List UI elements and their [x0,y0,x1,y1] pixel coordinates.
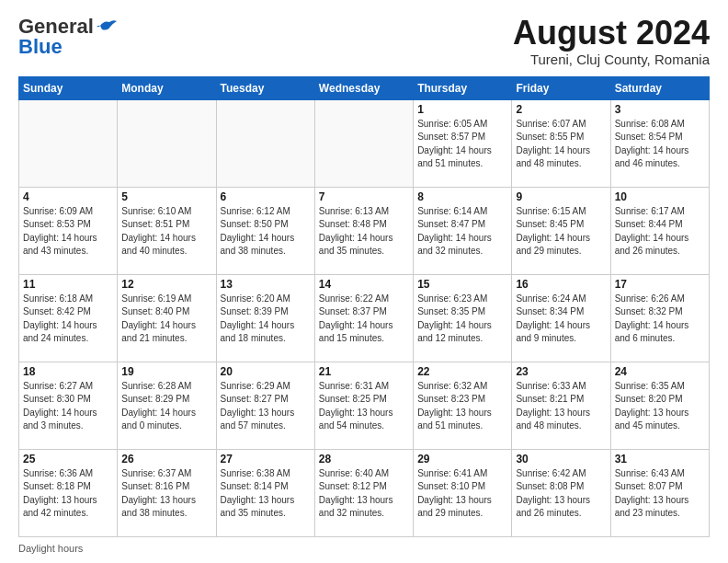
calendar-cell: 27Sunrise: 6:38 AM Sunset: 8:14 PM Dayli… [216,449,314,536]
day-info: Sunrise: 6:26 AM Sunset: 8:32 PM Dayligh… [615,293,705,346]
day-number: 18 [23,365,113,378]
day-number: 29 [417,453,507,465]
day-info: Sunrise: 6:07 AM Sunset: 8:55 PM Dayligh… [516,118,606,171]
day-number: 19 [121,365,211,378]
calendar-cell [216,99,314,187]
calendar-cell: 14Sunrise: 6:22 AM Sunset: 8:37 PM Dayli… [314,274,413,362]
day-number: 1 [417,103,507,116]
day-number: 10 [615,190,705,203]
calendar-cell: 26Sunrise: 6:37 AM Sunset: 8:16 PM Dayli… [118,449,216,536]
day-info: Sunrise: 6:38 AM Sunset: 8:14 PM Dayligh… [221,467,311,521]
weekday-header-thursday: Thursday [414,76,512,99]
day-info: Sunrise: 6:22 AM Sunset: 8:37 PM Dayligh… [319,293,409,346]
day-number: 14 [319,278,409,291]
calendar-cell: 23Sunrise: 6:33 AM Sunset: 8:21 PM Dayli… [512,362,610,449]
calendar-cell: 19Sunrise: 6:28 AM Sunset: 8:29 PM Dayli… [118,362,216,449]
calendar-cell: 7Sunrise: 6:13 AM Sunset: 8:48 PM Daylig… [314,187,413,274]
calendar-cell: 8Sunrise: 6:14 AM Sunset: 8:47 PM Daylig… [414,187,512,274]
weekday-header-sunday: Sunday [19,76,118,99]
day-info: Sunrise: 6:10 AM Sunset: 8:51 PM Dayligh… [121,205,211,259]
calendar-cell: 15Sunrise: 6:23 AM Sunset: 8:35 PM Dayli… [414,274,512,362]
logo-bird-icon [97,18,117,35]
day-number: 23 [516,365,606,378]
weekday-header-monday: Monday [118,76,216,99]
day-info: Sunrise: 6:12 AM Sunset: 8:50 PM Dayligh… [221,205,311,259]
day-info: Sunrise: 6:32 AM Sunset: 8:23 PM Dayligh… [417,380,507,433]
day-number: 17 [615,278,705,291]
calendar-cell: 24Sunrise: 6:35 AM Sunset: 8:20 PM Dayli… [610,362,709,449]
calendar-cell [118,99,216,187]
calendar-cell [314,99,413,187]
day-number: 27 [221,453,311,465]
calendar-cell: 6Sunrise: 6:12 AM Sunset: 8:50 PM Daylig… [216,187,314,274]
day-info: Sunrise: 6:35 AM Sunset: 8:20 PM Dayligh… [615,380,705,433]
day-info: Sunrise: 6:18 AM Sunset: 8:42 PM Dayligh… [23,293,113,346]
day-info: Sunrise: 6:29 AM Sunset: 8:27 PM Dayligh… [221,380,311,433]
day-info: Sunrise: 6:20 AM Sunset: 8:39 PM Dayligh… [221,293,311,346]
day-info: Sunrise: 6:43 AM Sunset: 8:07 PM Dayligh… [615,467,705,521]
day-number: 26 [121,453,211,465]
calendar-week-4: 18Sunrise: 6:27 AM Sunset: 8:30 PM Dayli… [19,362,710,449]
calendar-cell: 22Sunrise: 6:32 AM Sunset: 8:23 PM Dayli… [414,362,512,449]
calendar-cell: 10Sunrise: 6:17 AM Sunset: 8:44 PM Dayli… [610,187,709,274]
day-number: 8 [417,190,507,203]
calendar-header-row: SundayMondayTuesdayWednesdayThursdayFrid… [19,76,710,99]
day-info: Sunrise: 6:17 AM Sunset: 8:44 PM Dayligh… [615,205,705,259]
daylight-label: Daylight hours [18,543,83,554]
day-number: 31 [615,453,705,465]
day-info: Sunrise: 6:13 AM Sunset: 8:48 PM Dayligh… [319,205,409,259]
calendar-cell: 29Sunrise: 6:41 AM Sunset: 8:10 PM Dayli… [414,449,512,536]
month-year: August 2024 [513,15,710,52]
day-info: Sunrise: 6:24 AM Sunset: 8:34 PM Dayligh… [516,293,606,346]
day-info: Sunrise: 6:23 AM Sunset: 8:35 PM Dayligh… [417,293,507,346]
page: General Blue August 2024 Tureni, Cluj Co… [0,0,728,563]
calendar-cell: 31Sunrise: 6:43 AM Sunset: 8:07 PM Dayli… [610,449,709,536]
day-info: Sunrise: 6:40 AM Sunset: 8:12 PM Dayligh… [319,467,409,521]
day-number: 3 [615,103,705,116]
calendar-cell: 9Sunrise: 6:15 AM Sunset: 8:45 PM Daylig… [512,187,610,274]
calendar-cell: 20Sunrise: 6:29 AM Sunset: 8:27 PM Dayli… [216,362,314,449]
day-number: 2 [516,103,606,116]
logo-blue-text: Blue [18,35,63,59]
day-info: Sunrise: 6:27 AM Sunset: 8:30 PM Dayligh… [23,380,113,433]
day-info: Sunrise: 6:08 AM Sunset: 8:54 PM Dayligh… [615,118,705,171]
title-block: August 2024 Tureni, Cluj County, Romania [513,15,710,67]
day-info: Sunrise: 6:19 AM Sunset: 8:40 PM Dayligh… [121,293,211,346]
day-number: 12 [121,278,211,291]
day-number: 7 [319,190,409,203]
calendar-cell: 17Sunrise: 6:26 AM Sunset: 8:32 PM Dayli… [610,274,709,362]
day-number: 11 [23,278,113,291]
day-number: 25 [23,453,113,465]
weekday-header-friday: Friday [512,76,610,99]
calendar-cell [19,99,118,187]
day-info: Sunrise: 6:41 AM Sunset: 8:10 PM Dayligh… [417,467,507,521]
day-info: Sunrise: 6:33 AM Sunset: 8:21 PM Dayligh… [516,380,606,433]
header: General Blue August 2024 Tureni, Cluj Co… [18,15,710,67]
day-number: 15 [417,278,507,291]
calendar-cell: 1Sunrise: 6:05 AM Sunset: 8:57 PM Daylig… [414,99,512,187]
calendar-cell: 11Sunrise: 6:18 AM Sunset: 8:42 PM Dayli… [19,274,118,362]
day-number: 20 [221,365,311,378]
calendar-cell: 2Sunrise: 6:07 AM Sunset: 8:55 PM Daylig… [512,99,610,187]
day-info: Sunrise: 6:37 AM Sunset: 8:16 PM Dayligh… [121,467,211,521]
day-info: Sunrise: 6:28 AM Sunset: 8:29 PM Dayligh… [121,380,211,433]
day-info: Sunrise: 6:36 AM Sunset: 8:18 PM Dayligh… [23,467,113,521]
day-info: Sunrise: 6:05 AM Sunset: 8:57 PM Dayligh… [417,118,507,171]
day-number: 13 [221,278,311,291]
calendar-week-2: 4Sunrise: 6:09 AM Sunset: 8:53 PM Daylig… [19,187,710,274]
weekday-header-tuesday: Tuesday [216,76,314,99]
calendar-cell: 4Sunrise: 6:09 AM Sunset: 8:53 PM Daylig… [19,187,118,274]
calendar-cell: 16Sunrise: 6:24 AM Sunset: 8:34 PM Dayli… [512,274,610,362]
logo: General Blue [18,15,117,59]
day-number: 28 [319,453,409,465]
day-number: 5 [121,190,211,203]
calendar-cell: 28Sunrise: 6:40 AM Sunset: 8:12 PM Dayli… [314,449,413,536]
day-info: Sunrise: 6:42 AM Sunset: 8:08 PM Dayligh… [516,467,606,521]
day-number: 9 [516,190,606,203]
calendar-week-1: 1Sunrise: 6:05 AM Sunset: 8:57 PM Daylig… [19,99,710,187]
calendar-cell: 21Sunrise: 6:31 AM Sunset: 8:25 PM Dayli… [314,362,413,449]
day-number: 24 [615,365,705,378]
location: Tureni, Cluj County, Romania [513,52,710,67]
day-info: Sunrise: 6:14 AM Sunset: 8:47 PM Dayligh… [417,205,507,259]
day-number: 4 [23,190,113,203]
